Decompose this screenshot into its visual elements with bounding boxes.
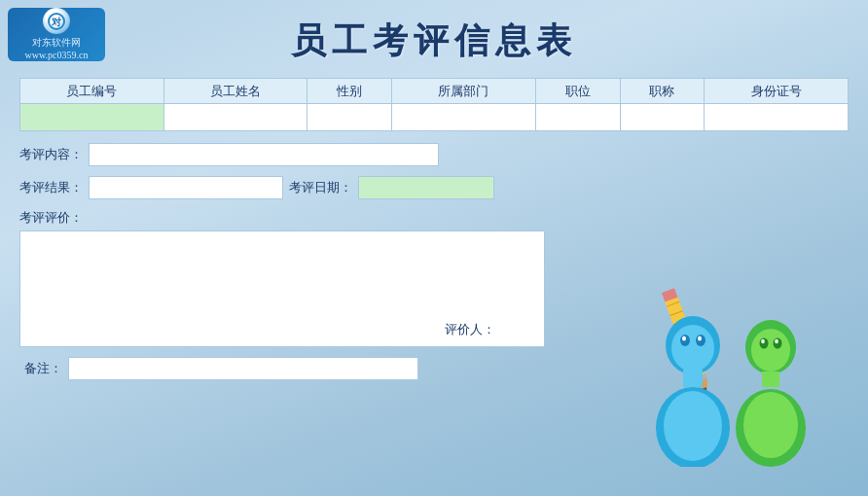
content-row: 考评内容： [19,143,849,166]
result-date-row: 考评结果： 考评日期： [19,176,849,199]
svg-point-27 [774,338,782,349]
col-header-dept: 所属部门 [392,79,536,104]
svg-rect-32 [762,372,779,387]
svg-point-26 [760,338,769,349]
eval-box: 评价人： [19,230,545,347]
table-header-row: 员工编号 员工姓名 性别 所属部门 职位 职称 身份证号 [20,79,849,104]
content-input[interactable] [89,143,439,166]
logo: 对 对东软件网 www.pc0359.cn [8,8,105,61]
form-section: 考评内容： 考评结果： 考评日期： [19,143,849,199]
svg-point-22 [664,391,722,461]
date-input[interactable] [358,176,494,199]
svg-point-31 [743,392,798,458]
col-header-title: 职称 [620,79,705,104]
note-label: 备注： [19,360,68,377]
svg-point-19 [682,337,686,341]
svg-point-29 [775,339,778,343]
cell-dept[interactable] [392,104,536,131]
avatar-illustration [644,272,839,467]
logo-icon: 对 [43,8,70,34]
svg-text:对: 对 [51,17,62,27]
col-header-name: 员工姓名 [163,79,307,104]
col-header-id: 员工编号 [20,79,164,104]
table-data-row [20,104,849,131]
cell-position[interactable] [535,104,620,131]
svg-point-25 [751,329,790,372]
svg-point-20 [698,337,702,341]
svg-rect-23 [683,370,703,387]
svg-point-16 [671,325,714,372]
result-label: 考评结果： [19,179,89,196]
cell-gender[interactable] [307,104,392,131]
result-input[interactable] [89,176,283,199]
col-header-idno: 身份证号 [705,79,849,104]
employee-info-table: 员工编号 员工姓名 性别 所属部门 职位 职称 身份证号 [19,78,849,131]
date-label: 考评日期： [283,179,358,196]
page-title: 员工考评信息表 [0,0,868,65]
svg-point-28 [761,339,765,343]
col-header-gender: 性别 [307,79,392,104]
cell-title[interactable] [620,104,705,131]
col-header-position: 职位 [535,79,620,104]
logo-text-line1: 对东软件网 [32,36,81,49]
note-input[interactable] [68,357,418,380]
eval-label: 考评评价： [19,209,849,227]
evaluator-label: 评价人： [445,321,495,338]
cell-name[interactable] [163,104,307,131]
cell-idno[interactable] [705,104,849,131]
person-green-icon [722,316,819,467]
cell-id[interactable] [20,104,164,131]
content-label: 考评内容： [19,146,89,163]
logo-text-line2: www.pc0359.cn [25,49,89,61]
